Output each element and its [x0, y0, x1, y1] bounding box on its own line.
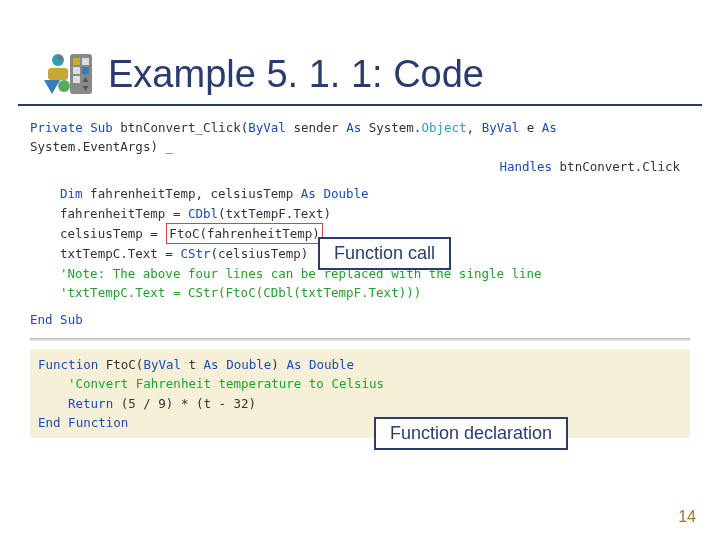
slide-title: Example 5. 1. 1: Code	[108, 53, 484, 96]
svg-marker-11	[44, 80, 60, 94]
svg-rect-2	[82, 58, 89, 65]
callout-function-declaration: Function declaration	[374, 417, 568, 450]
divider	[30, 338, 690, 341]
code-line: Handles btnConvert.Click	[30, 157, 690, 176]
svg-rect-4	[82, 67, 89, 74]
svg-rect-1	[73, 58, 80, 65]
svg-point-8	[52, 54, 64, 66]
code-line: fahrenheitTemp = CDbl(txtTempF.Text)	[30, 204, 690, 223]
code-line: End Sub	[30, 310, 690, 329]
logo-icon	[38, 50, 96, 98]
slide-header: Example 5. 1. 1: Code	[18, 0, 702, 106]
svg-rect-10	[48, 68, 68, 80]
code-block-function: Function FtoC(ByVal t As Double) As Doub…	[30, 349, 690, 439]
code-line: 'txtTempC.Text = CStr(FtoC(CDbl(txtTempF…	[30, 283, 690, 302]
highlighted-call: FtoC(fahrenheitTemp)	[166, 223, 323, 244]
callout-function-call: Function call	[318, 237, 451, 270]
svg-point-9	[58, 56, 62, 60]
svg-rect-5	[73, 76, 80, 83]
code-line: Function FtoC(ByVal t As Double) As Doub…	[38, 355, 682, 374]
svg-point-12	[58, 80, 70, 92]
code-line: End Function	[38, 413, 682, 432]
code-line: Return (5 / 9) * (t - 32)	[38, 394, 682, 413]
code-line: 'Convert Fahrenheit temperature to Celsi…	[38, 374, 682, 393]
svg-rect-3	[73, 67, 80, 74]
code-line: Dim fahrenheitTemp, celsiusTemp As Doubl…	[30, 184, 690, 203]
code-block-main: Private Sub btnConvert_Click(ByVal sende…	[0, 118, 720, 330]
page-number: 14	[678, 508, 696, 526]
code-line: Private Sub btnConvert_Click(ByVal sende…	[30, 118, 690, 157]
